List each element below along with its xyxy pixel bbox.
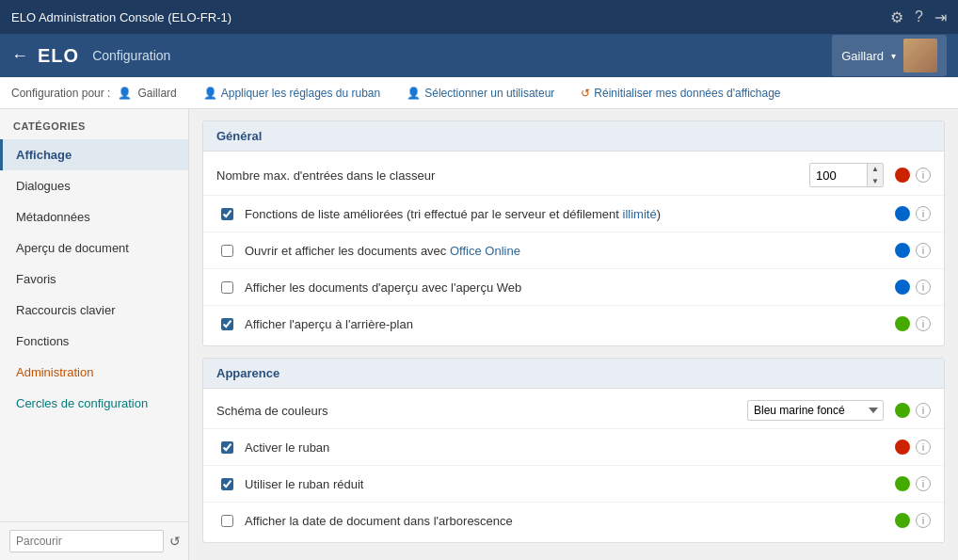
user-menu[interactable]: Gaillard ▾ — [832, 35, 947, 76]
main-layout: CATÉGORIES Affichage Dialogues Métadonné… — [0, 109, 958, 560]
apparence-section-header: Apparence — [203, 359, 944, 389]
color-scheme-control: Bleu marine foncé Bleu clair Gris — [747, 400, 884, 421]
info-icon-3[interactable]: i — [916, 243, 931, 258]
sidebar-item-apercu-document[interactable]: Aperçu de document — [0, 232, 188, 264]
spinbox-down-button[interactable]: ▼ — [868, 175, 883, 187]
enable-ribbon-text: Activer le ruban — [245, 440, 329, 455]
info-icon-7[interactable]: i — [916, 440, 931, 455]
settings-icon[interactable]: ⚙ — [890, 8, 903, 26]
dot-indicator-green-1 — [895, 316, 910, 331]
background-preview-text: Afficher l'aperçu à l'arrière-plan — [245, 317, 413, 331]
spinbox-up-button[interactable]: ▲ — [868, 163, 883, 175]
spinbox-wrapper: ▲ ▼ — [809, 163, 884, 187]
show-date-label: Afficher la date de document dans l'arbo… — [216, 510, 895, 531]
color-scheme-select[interactable]: Bleu marine foncé Bleu clair Gris — [747, 400, 884, 421]
info-icon-8[interactable]: i — [916, 476, 931, 491]
nav-back-button[interactable]: ← — [11, 46, 28, 66]
select-user-icon: 👤 — [407, 87, 421, 100]
title-bar-icons: ⚙ ? ⇥ — [890, 8, 947, 26]
info-icon-5[interactable]: i — [916, 316, 931, 331]
show-date-checkbox[interactable] — [221, 515, 233, 527]
sidebar-item-dialogues[interactable]: Dialogues — [0, 170, 188, 201]
office-online-check-wrapper — [216, 240, 237, 261]
sidebar-item-fonctions[interactable]: Fonctions — [0, 326, 188, 357]
list-functions-check-wrapper — [216, 203, 237, 224]
apply-ribbon-icon: 👤 — [203, 87, 217, 100]
show-date-row: Afficher la date de document dans l'arbo… — [203, 503, 944, 538]
max-entries-row: Nombre max. d'entrées dans le classeur ▲… — [203, 155, 944, 196]
info-icon[interactable]: i — [916, 168, 931, 183]
web-preview-text: Afficher les documents d'aperçu avec l'a… — [245, 280, 521, 295]
sidebar-search: ↺ — [0, 521, 188, 560]
sidebar-item-metadonnees[interactable]: Métadonnées — [0, 201, 188, 232]
apply-ribbon-button[interactable]: 👤 Appliquer les réglages du ruban — [203, 87, 380, 100]
sidebar-item-affichage[interactable]: Affichage — [0, 139, 188, 170]
office-online-checkbox[interactable] — [221, 245, 233, 257]
web-preview-check-wrapper — [216, 277, 237, 297]
sidebar: CATÉGORIES Affichage Dialogues Métadonné… — [0, 109, 189, 560]
nav-section-label: Configuration — [92, 48, 832, 63]
dot-indicator-red — [895, 168, 910, 183]
exit-icon[interactable]: ⇥ — [934, 8, 947, 26]
sidebar-item-administration[interactable]: Administration — [0, 357, 188, 388]
color-scheme-label: Schéma de couleurs — [216, 404, 747, 418]
chevron-down-icon: ▾ — [891, 51, 896, 61]
info-icon-9[interactable]: i — [916, 513, 931, 528]
background-preview-row: Afficher l'aperçu à l'arrière-plan i — [203, 306, 944, 342]
breadcrumb-bar: Configuration pour : 👤 Gaillard 👤 Appliq… — [0, 77, 958, 109]
select-user-label: Sélectionner un utilisateur — [424, 87, 554, 100]
user-icon: 👤 — [118, 87, 132, 100]
dot-indicator-blue-2 — [895, 243, 910, 258]
list-functions-label: Fonctions de liste améliorées (tri effec… — [216, 203, 895, 224]
reduced-ribbon-row: Utiliser le ruban réduit i — [203, 466, 944, 503]
show-date-text: Afficher la date de document dans l'arbo… — [245, 514, 513, 528]
search-reset-button[interactable]: ↺ — [169, 534, 181, 549]
help-icon[interactable]: ? — [915, 8, 923, 25]
enable-ribbon-label: Activer le ruban — [216, 437, 895, 457]
sidebar-item-cercles[interactable]: Cercles de configuration — [0, 388, 188, 419]
general-section-body: Nombre max. d'entrées dans le classeur ▲… — [203, 152, 944, 345]
select-user-button[interactable]: 👤 Sélectionner un utilisateur — [407, 87, 554, 100]
dot-indicator-red-2 — [895, 440, 910, 455]
list-functions-checkbox[interactable] — [221, 208, 233, 220]
office-online-label: Ouvrir et afficher les documents avec Of… — [216, 240, 895, 261]
list-functions-text: Fonctions de liste améliorées (tri effec… — [245, 207, 661, 221]
max-entries-label: Nombre max. d'entrées dans le classeur — [216, 168, 809, 183]
background-preview-check-wrapper — [216, 313, 237, 334]
breadcrumb-user-name: Gaillard — [137, 87, 176, 100]
info-icon-6[interactable]: i — [916, 403, 931, 418]
title-bar: ELO Administration Console (ELO-FR-1) ⚙ … — [0, 0, 958, 34]
info-icon-2[interactable]: i — [916, 206, 931, 221]
reduced-ribbon-checkbox[interactable] — [221, 478, 233, 490]
color-scheme-row: Schéma de couleurs Bleu marine foncé Ble… — [203, 392, 944, 429]
dot-indicator-green-4 — [895, 513, 910, 528]
max-entries-text: Nombre max. d'entrées dans le classeur — [216, 168, 435, 183]
reduced-ribbon-text: Utiliser le ruban réduit — [245, 477, 363, 491]
color-scheme-text: Schéma de couleurs — [216, 404, 328, 418]
sidebar-item-raccourcis[interactable]: Raccourcis clavier — [0, 295, 188, 326]
apparence-section-body: Schéma de couleurs Bleu marine foncé Ble… — [203, 389, 944, 542]
search-input[interactable] — [9, 530, 164, 552]
office-online-text: Ouvrir et afficher les documents avec Of… — [245, 244, 520, 258]
enable-ribbon-checkbox[interactable] — [221, 441, 233, 454]
office-online-row: Ouvrir et afficher les documents avec Of… — [203, 232, 944, 269]
web-preview-checkbox[interactable] — [221, 281, 233, 294]
general-section-header: Général — [203, 121, 944, 152]
app-title: ELO Administration Console (ELO-FR-1) — [11, 10, 232, 24]
content-area: Général Nombre max. d'entrées dans le cl… — [189, 109, 958, 560]
reset-display-button[interactable]: ↺ Réinitialiser mes données d'affichage — [581, 87, 780, 100]
list-functions-row: Fonctions de liste améliorées (tri effec… — [203, 196, 944, 232]
reduced-ribbon-label: Utiliser le ruban réduit — [216, 473, 895, 494]
sidebar-item-favoris[interactable]: Favoris — [0, 264, 188, 295]
user-name: Gaillard — [841, 49, 884, 63]
info-icon-4[interactable]: i — [916, 280, 931, 295]
max-entries-input[interactable] — [810, 167, 867, 184]
background-preview-checkbox[interactable] — [221, 318, 233, 330]
reset-label: Réinitialiser mes données d'affichage — [594, 87, 780, 100]
background-preview-label: Afficher l'aperçu à l'arrière-plan — [216, 313, 895, 334]
dot-indicator-blue-3 — [895, 280, 910, 295]
categories-label: CATÉGORIES — [0, 109, 188, 139]
nav-logo: ELO — [38, 45, 79, 67]
dot-indicator-blue-1 — [895, 206, 910, 221]
avatar — [903, 39, 937, 72]
